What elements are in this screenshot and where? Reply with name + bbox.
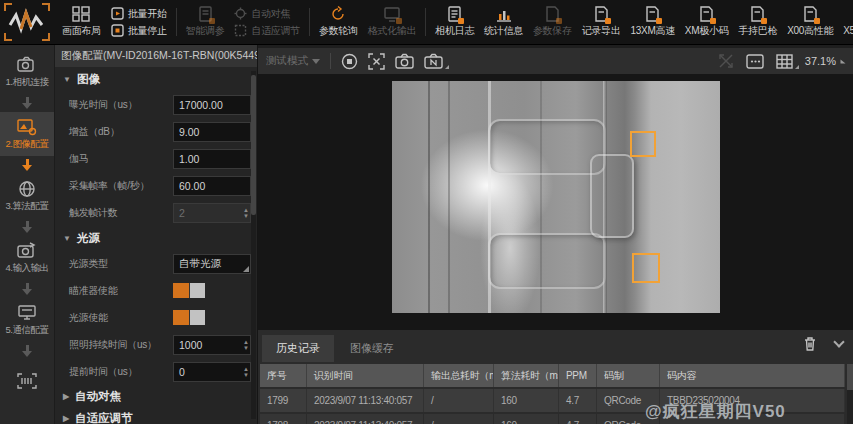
pixel-view-button[interactable] — [746, 54, 764, 69]
sidebar-item-algorithm-config[interactable]: 3.算法配置 — [0, 174, 55, 218]
exposure-input[interactable]: 17000.00 — [173, 95, 251, 115]
preset-x50-fov-button[interactable]: X50大视野 — [839, 1, 853, 43]
preset-xm-tiny-code-button[interactable]: XM极小码 — [681, 1, 733, 43]
record-export-button[interactable]: 记录导出 — [578, 1, 625, 43]
frame-rate-input[interactable]: 60.00 — [173, 176, 251, 196]
batch-stop-button[interactable]: 批量停止 — [111, 24, 167, 38]
fit-window-button-disabled[interactable] — [718, 53, 734, 69]
preset-handheld-button[interactable]: 手持巴枪 — [734, 1, 781, 43]
toolbar-separator — [309, 8, 310, 36]
roi-crosshair-button[interactable] — [368, 53, 385, 70]
sidebar-item-image-config[interactable]: 2.图像配置 — [0, 112, 55, 156]
col-ppm[interactable]: PPM — [559, 364, 597, 387]
param-polling-button[interactable]: 参数轮询 — [315, 1, 362, 43]
spinner-arrows-icon[interactable]: ▲▼ — [243, 336, 249, 354]
embossed-tab-shape — [488, 233, 606, 289]
col-algorithm-ms[interactable]: 算法耗时（ms） — [494, 364, 559, 387]
config-scrollbar[interactable] — [251, 71, 256, 419]
gain-input[interactable]: 9.00 — [173, 122, 251, 142]
stop-acquisition-button[interactable] — [341, 53, 358, 70]
sidebar-item-input-output[interactable]: 4.输入输出 — [0, 236, 55, 280]
trigger-frame-count-input[interactable]: 2 ▲▼ — [173, 203, 251, 223]
auto-focus-icon — [234, 7, 247, 20]
adaptive-adjust-icon — [234, 24, 247, 37]
col-recognition-time[interactable]: 识别时间 — [307, 364, 424, 387]
sidebar-item-communication-config[interactable]: 5.通信配置 — [0, 298, 55, 342]
camera-log-icon — [447, 6, 462, 22]
tab-history-records[interactable]: 历史记录 — [262, 335, 334, 362]
record-export-label: 记录导出 — [582, 24, 621, 38]
param-save-button[interactable]: 参数保存 — [529, 1, 576, 43]
auto-focus-button[interactable]: 自动对焦 — [234, 7, 300, 21]
batch-stop-icon — [111, 24, 124, 37]
statistics-button[interactable]: 统计信息 — [480, 1, 527, 43]
clear-records-trash-button[interactable] — [803, 336, 817, 351]
gamma-label: 伽马 — [69, 152, 173, 166]
image-canvas[interactable] — [258, 74, 853, 331]
camera-log-button[interactable]: 相机日志 — [431, 1, 478, 43]
roi-box-bottom[interactable] — [632, 253, 660, 283]
snapshot-n-button[interactable] — [424, 53, 443, 69]
section-light[interactable]: ▼ 光源 — [55, 226, 257, 250]
exposure-label: 曝光时间（us） — [69, 98, 173, 112]
light-type-select[interactable]: 自带光源 — [173, 254, 251, 274]
cell-ppm: 4.7 — [559, 389, 597, 412]
cell-algorithm-ms: 160 — [494, 389, 559, 412]
spinner-arrows-icon[interactable]: ▲▼ — [243, 363, 249, 381]
history-scrollbar[interactable] — [847, 364, 853, 424]
preset-x00-perf-button[interactable]: X00高性能 — [783, 1, 837, 43]
light-duration-input[interactable]: 1000 ▲▼ — [173, 335, 251, 355]
zoom-level-dropdown[interactable]: 37.1% — [805, 55, 845, 67]
col-output-total-ms[interactable]: 输出总耗时（ms） — [424, 364, 494, 387]
col-index[interactable]: 序号 — [260, 364, 307, 387]
step-sidebar: 1.相机连接 2.图像配置 3.算法配置 4.输入输出 — [0, 45, 55, 424]
app-logo — [4, 3, 54, 41]
gamma-input[interactable]: 1.00 — [173, 149, 251, 169]
smart-tune-button[interactable]: 智能调参 — [182, 1, 229, 43]
expand-caret-icon: ▶ — [63, 414, 69, 423]
section-auto-focus-label: 自动对焦 — [75, 389, 121, 404]
algorithm-globe-icon — [17, 180, 37, 198]
barcode-brackets-icon — [17, 372, 37, 390]
light-enable-toggle[interactable] — [173, 310, 205, 325]
col-code-type[interactable]: 码制 — [597, 364, 660, 387]
format-output-button[interactable]: 格式化输出 — [364, 1, 421, 43]
toolbar-separator — [176, 8, 177, 36]
layout-button[interactable]: 画面布局 — [58, 1, 105, 43]
aimer-enable-toggle[interactable] — [173, 283, 205, 298]
image-config-panel: 图像配置(MV-ID2016M-16T-RBN(00K544921 ▼ 图像 曝… — [55, 45, 258, 424]
idmvs-app-window: 画面布局 批量开始 批量停止 智能调参 — [0, 0, 853, 424]
preset-x50-fov-label: X50大视野 — [843, 24, 853, 38]
sidebar-item-barcode[interactable] — [0, 360, 55, 404]
layout-button-label: 画面布局 — [62, 24, 101, 38]
history-table-header: 序号 识别时间 输出总耗时（ms） 算法耗时（ms） PPM 码制 码内容 — [260, 364, 845, 387]
embossed-tab-shape — [488, 119, 606, 175]
camera-link-icon — [17, 56, 37, 74]
roi-box-top[interactable] — [630, 131, 656, 157]
camera-log-label: 相机日志 — [435, 24, 474, 38]
section-image[interactable]: ▼ 图像 — [55, 67, 257, 91]
light-type-label: 光源类型 — [69, 257, 173, 271]
expand-caret-icon: ▶ — [63, 392, 69, 401]
smart-tune-label: 智能调参 — [186, 24, 225, 38]
section-auto-focus[interactable]: ▶ 自动对焦 — [55, 385, 257, 407]
dropdown-corner-icon — [445, 65, 449, 69]
sidebar-item-camera-connect[interactable]: 1.相机连接 — [0, 50, 55, 94]
collapse-panel-chevron[interactable] — [833, 336, 844, 347]
adaptive-adjust-button[interactable]: 自适应调节 — [234, 24, 300, 38]
preset-13xm-button[interactable]: 13XM高速 — [627, 1, 679, 43]
spinner-arrows-icon[interactable]: ▲▼ — [243, 204, 249, 222]
tab-image-cache[interactable]: 图像缓存 — [336, 335, 408, 362]
col-code-content[interactable]: 码内容 — [660, 364, 845, 387]
snapshot-button[interactable] — [395, 53, 414, 69]
grid-view-button[interactable] — [776, 54, 793, 69]
test-mode-label: 测试模式 — [266, 54, 308, 68]
image-viewer: 测试模式 — [258, 45, 853, 330]
advance-time-input[interactable]: 0 ▲▼ — [173, 362, 251, 382]
sidebar-item-label: 4.输入输出 — [6, 262, 49, 275]
section-adaptive-adjust[interactable]: ▶ 自适应调节 — [55, 407, 257, 424]
history-panel: 历史记录 图像缓存 序号 识别时间 输出总耗时（ms） 算法耗时（ms） PPM… — [258, 330, 853, 424]
test-mode-dropdown[interactable]: 测试模式 — [266, 54, 320, 68]
param-save-lock-icon — [545, 6, 560, 22]
batch-start-button[interactable]: 批量开始 — [111, 7, 167, 21]
